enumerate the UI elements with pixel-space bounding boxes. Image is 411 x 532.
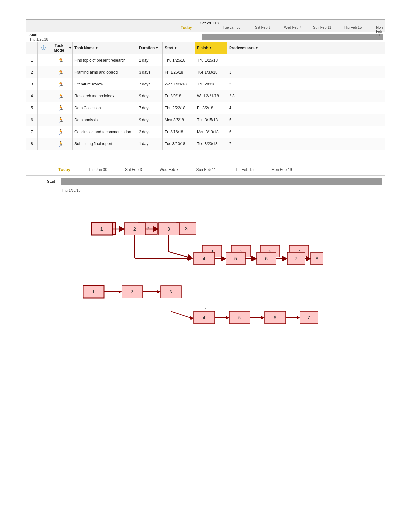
cell-start: Thu 2/22/18 (163, 102, 195, 114)
duration-sort-icon[interactable]: ▼ (155, 46, 158, 50)
cell-taskname: Research methodology (73, 90, 137, 102)
bottom-tue130-label: Tue Jan 30 (88, 167, 107, 172)
bottom-start-text: Start (26, 179, 58, 184)
arrow3-diag (169, 252, 192, 258)
col-header-start[interactable]: Start ▼ (163, 42, 195, 54)
cell-taskmode: 🏃 (49, 102, 73, 114)
cell-taskname: Literature review (73, 78, 137, 90)
task-mode-icon: 🏃 (58, 141, 64, 147)
svg-text:2: 2 (131, 289, 133, 294)
cell-start: Fri 1/26/18 (163, 66, 195, 78)
cell-taskname: Find topic of present research. (73, 54, 137, 66)
taskname-sort-icon[interactable]: ▼ (95, 46, 98, 50)
cell-id: 1 (26, 54, 38, 66)
finish-sort-icon[interactable]: ▼ (209, 46, 212, 50)
cell-start: Wed 1/31/18 (163, 78, 195, 90)
bottom-thufeb15-label: Thu Feb 15 (234, 167, 254, 172)
bottom-today-label: Today (58, 167, 70, 172)
table-row: 2 🏃 Framing aims and objecti 3 days Fri … (26, 66, 385, 78)
arrowhead-4-5 (226, 316, 229, 319)
taskmode-sort-icon[interactable]: ▼ (69, 46, 72, 50)
start-sort-icon[interactable]: ▼ (174, 46, 177, 50)
n3-text: 3 (167, 226, 170, 232)
table-row: 3 🏃 Literature review 7 days Wed 1/31/18… (26, 78, 385, 90)
cell-finish: Tue 1/30/18 (195, 66, 227, 78)
col-header-duration[interactable]: Duration ▼ (137, 42, 163, 54)
cell-pred (227, 54, 253, 66)
task-mode-icon: 🏃 (58, 93, 64, 99)
task-mode-icon: 🏃 (58, 57, 64, 64)
n8-text: 8 (315, 256, 318, 261)
cell-info (38, 102, 49, 114)
n4-text: 4 (202, 256, 205, 261)
col-header-pred[interactable]: Predecessors ▼ (227, 42, 253, 54)
bottom-wedfeb7-label: Wed Feb 7 (160, 167, 178, 172)
task-mode-icon: 🏃 (58, 81, 64, 87)
arrowhead-1-2 (119, 290, 122, 293)
svg-text:6: 6 (273, 315, 276, 320)
sat210-label: Sat 2/10/18 (200, 21, 219, 25)
cell-duration: 2 days (137, 126, 163, 138)
bottom-section: Today Tue Jan 30 Sat Feb 3 Wed Feb 7 Sun… (26, 163, 385, 294)
cell-gantt (253, 114, 385, 126)
svg-text:7: 7 (307, 315, 310, 320)
col-header-taskmode[interactable]: Task Mode ▼ (49, 42, 73, 54)
cell-taskmode: 🏃 (49, 138, 73, 150)
arrowhead-2-3 (157, 290, 161, 293)
cell-pred: 2 (227, 78, 253, 90)
cell-info (38, 78, 49, 90)
cell-pred: 7 (227, 138, 253, 150)
timeline-left-spacer (26, 20, 200, 32)
start-bar-row: Start Thu 1/25/18 (26, 32, 385, 42)
table-row: 6 🏃 Data analysis 9 days Mon 3/5/18 Thu … (26, 114, 385, 126)
thufeb15-label: Thu Feb 15 (344, 25, 362, 29)
cell-pred: 1 (227, 66, 253, 78)
today-label: Today (181, 25, 192, 30)
task-mode-icon: 🏃 (58, 69, 64, 75)
timeline-header: Sat 2/10/18 Today Tue Jan 30 Sat Feb 3 W… (26, 20, 385, 32)
start-bar-cell (200, 33, 385, 42)
monfeb19-label: Mon Feb 19 (376, 25, 385, 37)
col-header-finish[interactable]: Finish ▼ (195, 42, 227, 54)
bottom-sunfeb11-label: Sun Feb 11 (196, 167, 216, 172)
cell-gantt (253, 54, 385, 66)
cell-gantt (253, 90, 385, 102)
cell-duration: 3 days (137, 66, 163, 78)
cell-gantt (253, 138, 385, 150)
cell-pred: 5 (227, 114, 253, 126)
col-header-num (26, 42, 38, 54)
cell-start: Mon 3/5/18 (163, 114, 195, 126)
cell-taskname: Data analysis (73, 114, 137, 126)
cell-taskname: Framing aims and objecti (73, 66, 137, 78)
cell-start: Tue 3/20/18 (163, 138, 195, 150)
n6-text: 6 (265, 256, 267, 261)
cell-id: 6 (26, 114, 38, 126)
arrow-3-4-h (171, 311, 191, 318)
cell-info (38, 138, 49, 150)
arrowhead-5-6 (261, 316, 265, 319)
cell-id: 8 (26, 138, 38, 150)
table-row: 7 🏃 Conclusion and recommendation 2 days… (26, 126, 385, 138)
timeline-dates: Sat 2/10/18 Today Tue Jan 30 Sat Feb 3 W… (200, 20, 385, 32)
table-row: 5 🏃 Data Collection 7 days Thu 2/22/18 F… (26, 102, 385, 114)
arrowhead-6-7 (297, 316, 300, 319)
cell-info (38, 90, 49, 102)
task-mode-icon: 🏃 (58, 129, 64, 135)
cell-taskname: Data Collection (73, 102, 137, 114)
cell-start: Fri 2/9/18 (163, 90, 195, 102)
start-bar (202, 34, 383, 40)
col-header-taskname[interactable]: Task Name ▼ (73, 42, 137, 54)
satfeb3-label: Sat Feb 3 (255, 25, 270, 29)
cell-id: 7 (26, 126, 38, 138)
cell-info (38, 114, 49, 126)
cell-taskmode: 🏃 (49, 66, 73, 78)
cell-finish: Mon 3/19/18 (195, 126, 227, 138)
cell-duration: 9 days (137, 90, 163, 102)
n2-text: 2 (133, 226, 136, 232)
svg-text:5: 5 (238, 315, 240, 320)
svg-text:3: 3 (169, 289, 172, 294)
node-3-label: 3 (185, 226, 188, 231)
svg-text:4: 4 (202, 315, 205, 320)
cell-duration: 7 days (137, 78, 163, 90)
cell-duration: 9 days (137, 114, 163, 126)
